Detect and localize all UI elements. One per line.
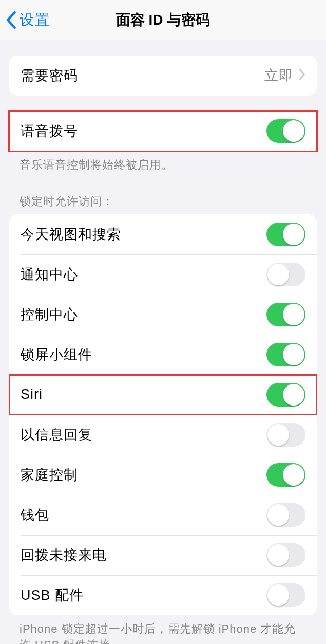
toggle-usb-accessories[interactable] [266, 583, 305, 607]
voice-dial-note: 音乐语音控制将始终被启用。 [0, 151, 326, 173]
group-locked-access: 今天视图和搜索 通知中心 控制中心 锁屏小组件 Siri 以信息回复 家庭控制 [9, 214, 317, 615]
toggle-control-center[interactable] [266, 303, 305, 326]
row-label: 家庭控制 [21, 466, 78, 484]
row-value: 立即 [264, 66, 293, 85]
row-usb-accessories: USB 配件 [9, 575, 317, 615]
row-home-control: 家庭控制 [9, 455, 317, 495]
row-label: Siri [21, 387, 43, 402]
locked-access-footer: iPhone 锁定超过一小时后，需先解锁 iPhone 才能允许 USB 配件连… [0, 615, 326, 644]
back-button[interactable]: 设置 [0, 10, 50, 30]
row-label: USB 配件 [21, 586, 84, 604]
row-return-missed-calls: 回拨未接来电 [9, 535, 317, 575]
row-label: 需要密码 [21, 66, 78, 85]
toggle-reply-with-message[interactable] [266, 423, 305, 447]
row-label: 以信息回复 [21, 426, 92, 444]
toggle-notification-center[interactable] [266, 263, 305, 286]
row-require-passcode[interactable]: 需要密码 立即 [9, 56, 317, 96]
row-siri: Siri [9, 375, 317, 415]
chevron-right-icon [298, 69, 305, 82]
navbar: 设置 面容 ID 与密码 [0, 0, 326, 40]
row-label: 控制中心 [21, 305, 78, 324]
row-label: 语音拨号 [21, 122, 78, 140]
toggle-wallet[interactable] [266, 503, 305, 527]
row-voice-dial: 语音拨号 [9, 111, 317, 151]
row-label: 钱包 [21, 506, 49, 524]
section-header-locked-access: 锁定时允许访问： [0, 173, 326, 214]
row-label: 今天视图和搜索 [21, 225, 121, 244]
row-notification-center: 通知中心 [9, 254, 317, 295]
toggle-voice-dial[interactable] [266, 119, 305, 143]
row-right: 立即 [264, 66, 305, 85]
row-label: 锁屏小组件 [21, 345, 92, 364]
group-voice-dial: 语音拨号 [9, 111, 317, 151]
row-wallet: 钱包 [9, 495, 317, 535]
toggle-siri[interactable] [266, 383, 305, 407]
back-label: 设置 [20, 10, 50, 30]
toggle-today-view[interactable] [266, 223, 305, 246]
row-lockscreen-widgets: 锁屏小组件 [9, 335, 317, 375]
toggle-return-missed-calls[interactable] [266, 543, 305, 567]
row-label: 回拨未接来电 [21, 546, 107, 564]
row-label: 通知中心 [21, 265, 78, 284]
chevron-left-icon [6, 11, 16, 29]
row-today-view: 今天视图和搜索 [9, 214, 317, 254]
row-reply-with-message: 以信息回复 [9, 415, 317, 455]
toggle-home-control[interactable] [266, 463, 305, 487]
toggle-lockscreen-widgets[interactable] [266, 343, 305, 366]
group-require-passcode: 需要密码 立即 [9, 56, 317, 96]
row-control-center: 控制中心 [9, 295, 317, 335]
